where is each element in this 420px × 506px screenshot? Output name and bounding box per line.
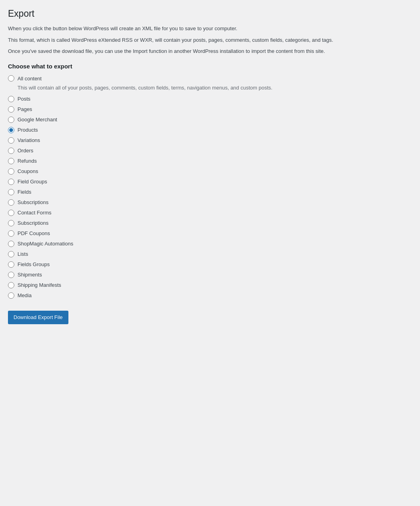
radio-posts[interactable] bbox=[8, 96, 14, 102]
list-item: Variations bbox=[8, 137, 390, 144]
export-options-list: All contentThis will contain all of your… bbox=[8, 75, 390, 299]
radio-variations[interactable] bbox=[8, 137, 14, 144]
list-item: Fields bbox=[8, 189, 390, 195]
radio-label-all-content[interactable]: All content bbox=[8, 75, 42, 82]
radio-label-posts[interactable]: Posts bbox=[8, 96, 31, 102]
radio-google-merchant[interactable] bbox=[8, 117, 14, 123]
radio-shopmagic-automations[interactable] bbox=[8, 241, 14, 247]
list-item: PDF Coupons bbox=[8, 230, 390, 237]
page-container: Export When you click the button below W… bbox=[8, 8, 390, 324]
radio-label-fields-groups[interactable]: Fields Groups bbox=[8, 261, 50, 268]
list-item: Fields Groups bbox=[8, 261, 390, 268]
radio-fields-groups[interactable] bbox=[8, 261, 14, 268]
list-item: Refunds bbox=[8, 158, 390, 164]
radio-label-products[interactable]: Products bbox=[8, 127, 38, 133]
list-item: Lists bbox=[8, 251, 390, 257]
radio-coupons[interactable] bbox=[8, 168, 14, 175]
radio-label-variations[interactable]: Variations bbox=[8, 137, 40, 144]
radio-pages[interactable] bbox=[8, 106, 14, 113]
description-3: Once you've saved the download file, you… bbox=[8, 47, 390, 56]
list-item: All content bbox=[8, 75, 390, 82]
list-item: Google Merchant bbox=[8, 117, 390, 123]
list-item: Subscriptions bbox=[8, 199, 390, 206]
radio-shipping-manifests[interactable] bbox=[8, 282, 14, 288]
radio-products[interactable] bbox=[8, 127, 14, 133]
radio-label-pdf-coupons[interactable]: PDF Coupons bbox=[8, 230, 50, 237]
radio-lists[interactable] bbox=[8, 251, 14, 257]
radio-shipments[interactable] bbox=[8, 272, 14, 278]
page-title: Export bbox=[8, 8, 390, 20]
list-item: Contact Forms bbox=[8, 210, 390, 216]
radio-label-coupons[interactable]: Coupons bbox=[8, 168, 38, 175]
radio-label-subscriptions[interactable]: Subscriptions bbox=[8, 199, 49, 206]
radio-refunds[interactable] bbox=[8, 158, 14, 164]
list-item: Shipping Manifests bbox=[8, 282, 390, 288]
list-item: Subscriptions bbox=[8, 220, 390, 226]
all-content-description: This will contain all of your posts, pag… bbox=[18, 84, 390, 92]
list-item: Posts bbox=[8, 96, 390, 102]
list-item: Pages bbox=[8, 106, 390, 113]
description-2: This format, which is called WordPress e… bbox=[8, 36, 390, 45]
radio-all-content[interactable] bbox=[8, 75, 14, 82]
radio-label-field-groups[interactable]: Field Groups bbox=[8, 179, 47, 185]
list-item: Products bbox=[8, 127, 390, 133]
choose-heading: Choose what to export bbox=[8, 63, 390, 70]
radio-subscriptions[interactable] bbox=[8, 199, 14, 206]
list-item: Orders bbox=[8, 148, 390, 154]
radio-orders[interactable] bbox=[8, 148, 14, 154]
radio-label-shipping-manifests[interactable]: Shipping Manifests bbox=[8, 282, 61, 288]
download-export-button[interactable]: Download Export File bbox=[8, 311, 68, 324]
radio-label-pages[interactable]: Pages bbox=[8, 106, 32, 113]
radio-label-shipments[interactable]: Shipments bbox=[8, 272, 42, 278]
radio-label-lists[interactable]: Lists bbox=[8, 251, 28, 257]
radio-pdf-coupons[interactable] bbox=[8, 230, 14, 237]
radio-label-subscriptions-2[interactable]: Subscriptions bbox=[8, 220, 49, 226]
list-item: Media bbox=[8, 292, 390, 299]
radio-label-orders[interactable]: Orders bbox=[8, 148, 33, 154]
radio-label-shopmagic-automations[interactable]: ShopMagic Automations bbox=[8, 241, 73, 247]
list-item: ShopMagic Automations bbox=[8, 241, 390, 247]
radio-contact-forms[interactable] bbox=[8, 210, 14, 216]
list-item: Shipments bbox=[8, 272, 390, 278]
radio-field-groups[interactable] bbox=[8, 179, 14, 185]
description-1: When you click the button below WordPres… bbox=[8, 25, 390, 33]
radio-label-contact-forms[interactable]: Contact Forms bbox=[8, 210, 51, 216]
radio-label-google-merchant[interactable]: Google Merchant bbox=[8, 117, 57, 123]
list-item: Coupons bbox=[8, 168, 390, 175]
radio-fields[interactable] bbox=[8, 189, 14, 195]
radio-label-fields[interactable]: Fields bbox=[8, 189, 31, 195]
list-item: Field Groups bbox=[8, 179, 390, 185]
radio-subscriptions-2[interactable] bbox=[8, 220, 14, 226]
radio-label-refunds[interactable]: Refunds bbox=[8, 158, 37, 164]
radio-label-media[interactable]: Media bbox=[8, 292, 31, 299]
radio-media[interactable] bbox=[8, 292, 14, 299]
